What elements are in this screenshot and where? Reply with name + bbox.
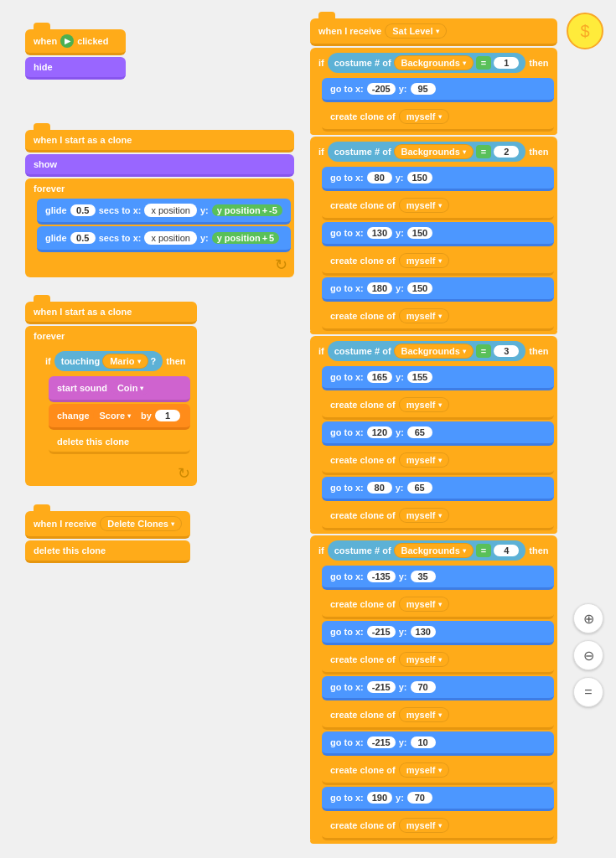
start-sound-block[interactable]: start sound Coin ▾ — [49, 376, 190, 402]
glide-ypos-1[interactable]: y position + -5 — [212, 204, 282, 216]
goto-y-bg3-3[interactable]: 65 — [407, 482, 432, 494]
goto-block-bg1[interactable]: go to x: -205 y: 95 — [322, 78, 554, 102]
goto-x-bg4-5[interactable]: 190 — [367, 792, 392, 804]
clone-myself-bg4-5[interactable]: create clone of myself ▾ — [322, 813, 554, 840]
glide-secs-2[interactable]: 0.5 — [70, 232, 96, 244]
bg-dropdown-3[interactable]: Backgrounds ▾ — [394, 344, 474, 359]
goto-block-bg4-3[interactable]: go to x: -215 y: 70 — [322, 676, 554, 700]
goto-y-bg4-2[interactable]: 130 — [411, 626, 436, 638]
bg-val-1[interactable]: 1 — [494, 57, 519, 69]
myself-dropdown-bg4-3[interactable]: myself ▾ — [399, 707, 449, 722]
goto-block-bg3-1[interactable]: go to x: 165 y: 155 — [322, 366, 554, 390]
myself-dropdown-bg2-3[interactable]: myself ▾ — [399, 308, 449, 323]
coin-dropdown[interactable]: Coin ▾ — [111, 381, 150, 395]
sat-level-dropdown[interactable]: Sat Level ▾ — [385, 23, 446, 39]
goto-block-bg4-2[interactable]: go to x: -215 y: 130 — [322, 621, 554, 645]
myself-dropdown-bg3-2[interactable]: myself ▾ — [399, 452, 449, 468]
bg-val-3[interactable]: 3 — [494, 345, 519, 357]
goto-x-bg3-2[interactable]: 120 — [367, 426, 392, 438]
glide-block-2[interactable]: glide 0.5 secs to x: x position y: y pos… — [37, 226, 291, 252]
goto-y-bg2-2[interactable]: 150 — [407, 227, 432, 239]
goto-y-bg2-3[interactable]: 150 — [407, 282, 432, 294]
goto-block-bg3-3[interactable]: go to x: 80 y: 65 — [322, 477, 554, 501]
goto-x-bg2-1[interactable]: 80 — [367, 172, 392, 183]
glide-secs-1[interactable]: 0.5 — [70, 204, 96, 216]
goto-y-bg3-2[interactable]: 65 — [407, 426, 432, 438]
goto-y-bg1[interactable]: 95 — [411, 83, 436, 95]
goto-x-bg4-4[interactable]: -215 — [367, 737, 396, 748]
costume-of-bg1[interactable]: costume # of Backgrounds ▾ = 1 — [328, 53, 526, 73]
goto-y-bg4-3[interactable]: 70 — [411, 681, 436, 693]
costume-of-bg2[interactable]: costume # of Backgrounds ▾ = 2 — [328, 142, 526, 162]
receive-delete-clones-block[interactable]: when I receive Delete Clones ▾ — [25, 511, 190, 539]
costume-of-bg3[interactable]: costume # of Backgrounds ▾ = 3 — [328, 341, 526, 361]
zoom-in-button[interactable]: ⊕ — [573, 603, 603, 633]
glide-ypos-2[interactable]: y position + 5 — [212, 232, 280, 244]
goto-block-bg4-4[interactable]: go to x: -215 y: 10 — [322, 731, 554, 756]
goto-x-bg4-2[interactable]: -215 — [367, 626, 396, 638]
myself-dropdown-bg4-5[interactable]: myself ▾ — [399, 818, 449, 833]
goto-x-bg4-3[interactable]: -215 — [367, 681, 396, 693]
goto-y-bg4-5[interactable]: 70 — [407, 792, 432, 804]
myself-dropdown-bg3-3[interactable]: myself ▾ — [399, 508, 449, 523]
goto-block-bg4-5[interactable]: go to x: 190 y: 70 — [322, 787, 554, 811]
glide-block-1[interactable]: glide 0.5 secs to x: x position y: y pos… — [37, 199, 291, 225]
by-val[interactable]: 1 — [155, 410, 180, 421]
clone-myself-bg2-3[interactable]: create clone of myself ▾ — [322, 303, 554, 331]
clone-myself-bg3-2[interactable]: create clone of myself ▾ — [322, 447, 554, 475]
goto-x-bg4-1[interactable]: -135 — [367, 571, 396, 582]
clone-myself-bg1[interactable]: create clone of myself ▾ — [322, 104, 554, 132]
delete-clone-block-1[interactable]: delete this clone — [49, 432, 190, 454]
goto-x-bg1[interactable]: -205 — [367, 83, 396, 95]
goto-y-bg4-4[interactable]: 10 — [411, 737, 436, 748]
clone-myself-bg2-2[interactable]: create clone of myself ▾ — [322, 248, 554, 276]
myself-dropdown-bg1[interactable]: myself ▾ — [399, 109, 449, 124]
goto-x-bg2-2[interactable]: 130 — [367, 227, 392, 239]
clone-myself-bg4-4[interactable]: create clone of myself ▾ — [322, 757, 554, 785]
costume-of-bg4[interactable]: costume # of Backgrounds ▾ = 4 — [328, 540, 526, 561]
glide-xpos-2[interactable]: x position — [144, 231, 196, 245]
bg-val-4[interactable]: 4 — [494, 545, 519, 556]
zoom-out-button[interactable]: ⊖ — [573, 640, 603, 670]
bg-val-2[interactable]: 2 — [494, 146, 519, 158]
delete-clone-block-2[interactable]: delete this clone — [25, 540, 190, 563]
goto-y-bg4-1[interactable]: 35 — [411, 571, 436, 582]
when-flag-clicked-block[interactable]: when ▶ clicked — [25, 29, 126, 55]
touching-dropdown[interactable]: Mario ▾ — [102, 354, 148, 369]
score-dropdown[interactable]: Score ▾ — [93, 409, 138, 422]
goto-block-bg2-1[interactable]: go to x: 80 y: 150 — [322, 167, 554, 191]
when-start-as-clone-block-1[interactable]: when I start as a clone — [25, 130, 294, 152]
myself-dropdown-bg2-1[interactable]: myself ▾ — [399, 198, 449, 213]
goto-block-bg2-2[interactable]: go to x: 130 y: 150 — [322, 222, 554, 246]
bg-dropdown-4[interactable]: Backgrounds ▾ — [394, 543, 474, 558]
when-start-as-clone-block-2[interactable]: when I start as a clone — [25, 302, 197, 324]
bg-dropdown-1[interactable]: Backgrounds ▾ — [394, 55, 474, 70]
goto-block-bg3-2[interactable]: go to x: 120 y: 65 — [322, 421, 554, 446]
goto-y-bg2-1[interactable]: 150 — [407, 172, 432, 183]
myself-dropdown-bg4-2[interactable]: myself ▾ — [399, 652, 449, 667]
receive-sat-level-block[interactable]: when I receive Sat Level ▾ — [310, 18, 557, 46]
goto-block-bg2-3[interactable]: go to x: 180 y: 150 — [322, 277, 554, 302]
goto-x-bg3-3[interactable]: 80 — [367, 482, 392, 494]
clone-myself-bg4-2[interactable]: create clone of myself ▾ — [322, 647, 554, 675]
myself-dropdown-bg2-2[interactable]: myself ▾ — [399, 253, 449, 268]
hide-block[interactable]: hide — [25, 57, 126, 80]
touching-block[interactable]: touching Mario ▾ ? — [54, 351, 163, 371]
clone-myself-bg4-3[interactable]: create clone of myself ▾ — [322, 702, 554, 730]
goto-y-bg3-1[interactable]: 155 — [407, 371, 432, 383]
goto-x-bg3-1[interactable]: 165 — [367, 371, 392, 383]
myself-dropdown-bg3-1[interactable]: myself ▾ — [399, 397, 449, 412]
clone-myself-bg2-1[interactable]: create clone of myself ▾ — [322, 193, 554, 220]
delete-clones-dropdown[interactable]: Delete Clones ▾ — [100, 516, 182, 531]
change-score-block[interactable]: change Score ▾ by 1 — [49, 404, 190, 430]
bg-dropdown-2[interactable]: Backgrounds ▾ — [394, 144, 474, 159]
clone-myself-bg3-1[interactable]: create clone of myself ▾ — [322, 392, 554, 420]
show-block[interactable]: show — [25, 154, 294, 177]
clone-myself-bg3-3[interactable]: create clone of myself ▾ — [322, 503, 554, 530]
goto-block-bg4-1[interactable]: go to x: -135 y: 35 — [322, 566, 554, 590]
clone-myself-bg4-1[interactable]: create clone of myself ▾ — [322, 592, 554, 619]
zoom-reset-button[interactable]: = — [573, 677, 603, 707]
myself-dropdown-bg4-1[interactable]: myself ▾ — [399, 597, 449, 612]
goto-x-bg2-3[interactable]: 180 — [367, 282, 392, 294]
myself-dropdown-bg4-4[interactable]: myself ▾ — [399, 762, 449, 778]
